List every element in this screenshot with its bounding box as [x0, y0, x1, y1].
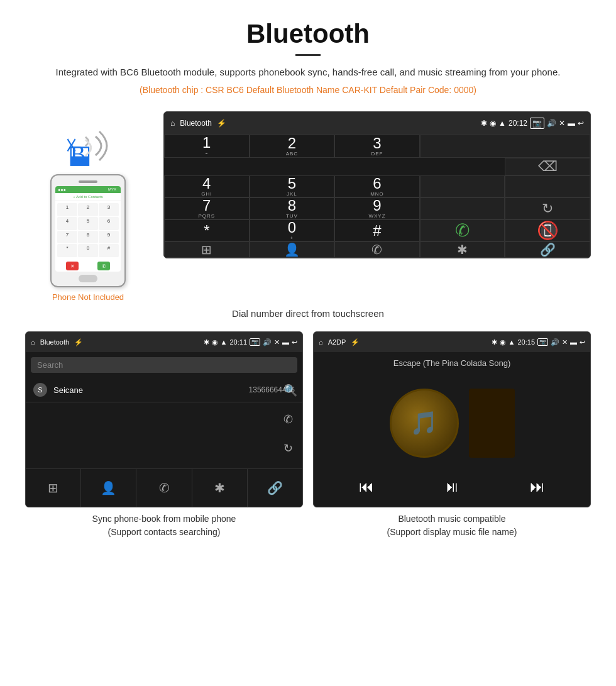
phonebook-screen: ⌂ Bluetooth ⚡ ✱ ◉ ▲ 20:11 📷 🔊 ✕ ▬ ↩ — [25, 331, 303, 507]
usb-icon: ⚡ — [217, 119, 226, 128]
a2dp-content: Escape (The Pina Colada Song) 🎵 ⏮ ⏯ ⏭ — [314, 352, 590, 507]
link-icon-key[interactable]: 🔗 — [505, 241, 590, 258]
a2dp-main-area: 🎵 — [390, 375, 515, 470]
prev-button[interactable]: ⏮ — [359, 478, 374, 495]
phone-bottom-bar: ✕ ✆ — [55, 259, 121, 272]
phonebook-item: ⌂ Bluetooth ⚡ ✱ ◉ ▲ 20:11 📷 🔊 ✕ ▬ ↩ — [25, 331, 303, 539]
a2dp-screen-title: A2DP — [328, 338, 346, 346]
pb-bottom-nav: ⊞ 👤 ✆ ✱ 🔗 — [26, 468, 302, 507]
volume-icon: 🔊 — [547, 119, 556, 128]
header-description: Integrated with BC6 Bluetooth module, su… — [38, 65, 578, 80]
key-hash[interactable]: # — [334, 219, 420, 241]
a2dp-time: 20:15 — [517, 338, 535, 346]
key-8[interactable]: 8TUV — [250, 197, 335, 219]
page-title: Bluetooth — [38, 19, 578, 49]
pb-sync-icon[interactable]: ↻ — [283, 441, 297, 455]
pb-nav-contacts[interactable]: 👤 — [81, 469, 136, 507]
signal-arcs — [80, 138, 92, 154]
backspace-key[interactable]: ⌫ — [505, 158, 590, 175]
title-divider — [295, 54, 321, 56]
a2dp-home-icon: ⌂ — [319, 338, 323, 346]
header-specs: (Bluetooth chip : CSR BC6 Default Blueto… — [38, 85, 578, 95]
music-caption-line1: Bluetooth music compatible — [398, 514, 505, 524]
play-pause-button[interactable]: ⏯ — [444, 478, 459, 495]
camera-icon: 📷 — [530, 118, 544, 129]
grid-icon-key[interactable]: ⊞ — [164, 241, 250, 258]
pb-call-icon[interactable]: ✆ — [283, 412, 297, 426]
song-title: Escape (The Pina Colada Song) — [393, 358, 510, 368]
bt-symbol: ☓ — [65, 133, 77, 159]
pb-time: 20:11 — [229, 338, 247, 346]
reload-key[interactable]: ↻ — [505, 197, 590, 219]
contacts-icon-key[interactable]: 👤 — [250, 241, 335, 258]
pb-win-icon: ▬ — [282, 338, 289, 346]
status-bar: ✱ ◉ ▲ 20:12 📷 🔊 ✕ ▬ ↩ — [481, 118, 584, 129]
a2dp-back-icon: ↩ — [580, 338, 585, 346]
home-icon: ⌂ — [170, 119, 175, 128]
pb-nav-phone[interactable]: ✆ — [136, 469, 192, 507]
album-art: 🎵 — [390, 389, 459, 458]
dialer-topbar: ⌂ Bluetooth ⚡ ✱ ◉ ▲ 20:12 📷 🔊 ✕ ▬ ↩ — [164, 112, 590, 135]
dialer-grid: 1⁃ 2ABC 3DEF ⌫ 4GHI 5JKL 6MNO — [164, 135, 590, 258]
key-1[interactable]: 1⁃ — [164, 135, 250, 158]
music-item: ⌂ A2DP ⚡ ✱ ◉ ▲ 20:15 📷 🔊 ✕ ▬ ↩ Escape — [313, 331, 591, 539]
a2dp-bt-icon: ✱ — [492, 338, 497, 346]
phone-keypad-mini: 123 456 789 *0# — [55, 201, 121, 259]
pb-topbar: ⌂ Bluetooth ⚡ ✱ ◉ ▲ 20:11 📷 🔊 ✕ ▬ ↩ — [26, 332, 302, 352]
time-display: 20:12 — [509, 119, 527, 128]
empty-4 — [420, 175, 505, 197]
pb-side-icons: 🔍 ✆ ↻ — [283, 384, 297, 455]
key-4[interactable]: 4GHI — [164, 175, 250, 197]
pb-search-bar[interactable]: Search — [31, 357, 297, 373]
pb-caption-line2: (Support contacts searching) — [108, 527, 221, 537]
pb-search-icon[interactable]: 🔍 — [283, 384, 297, 397]
music-controls: ⏮ ⏯ ⏭ — [324, 470, 580, 501]
phone-not-included-label: Phone Not Included — [52, 292, 124, 302]
pb-loc-icon: ◉ — [212, 338, 218, 346]
pb-usb-icon: ⚡ — [74, 338, 83, 346]
key-6[interactable]: 6MNO — [334, 175, 420, 197]
bt-icon-key[interactable]: ✱ — [420, 241, 505, 258]
key-0[interactable]: 0+ — [250, 219, 335, 241]
a2dp-topbar: ⌂ A2DP ⚡ ✱ ◉ ▲ 20:15 📷 🔊 ✕ ▬ ↩ — [314, 332, 590, 352]
call-button[interactable]: ✆ — [420, 219, 505, 241]
music-screen: ⌂ A2DP ⚡ ✱ ◉ ▲ 20:15 📷 🔊 ✕ ▬ ↩ Escape — [313, 331, 591, 507]
pb-contact-row[interactable]: S Seicane 13566664466 — [26, 378, 302, 402]
music-note-icon: 🎵 — [410, 410, 438, 436]
add-contacts-bar: + Add to Contacts — [55, 193, 121, 201]
a2dp-vol-icon: 🔊 — [551, 338, 559, 346]
pb-cam-icon: 📷 — [250, 338, 260, 346]
pb-bt-icon: ✱ — [204, 338, 209, 346]
phonebook-caption: Sync phone-book from mobile phone (Suppo… — [92, 512, 236, 539]
key-star[interactable]: * — [164, 219, 250, 241]
empty-6 — [420, 197, 505, 219]
a2dp-sig-icon: ▲ — [509, 338, 515, 346]
pb-x-icon: ✕ — [274, 338, 280, 346]
phone-screen: ●●●MYX + Add to Contacts 123 456 789 *0#… — [55, 186, 121, 272]
dialer-screen: ⌂ Bluetooth ⚡ ✱ ◉ ▲ 20:12 📷 🔊 ✕ ▬ ↩ 1⁃ — [163, 111, 591, 258]
a2dp-x-icon: ✕ — [562, 338, 568, 346]
page-header: Bluetooth Integrated with BC6 Bluetooth … — [0, 0, 616, 111]
a2dp-cam-icon: 📷 — [537, 338, 548, 346]
pb-nav-bt[interactable]: ✱ — [192, 469, 248, 507]
pb-screen-title: Bluetooth — [40, 338, 69, 346]
close-icon: ✕ — [559, 119, 565, 128]
pb-nav-grid[interactable]: ⊞ — [26, 469, 81, 507]
a2dp-loc-icon: ◉ — [500, 338, 506, 346]
pb-search-placeholder: Search — [37, 360, 63, 370]
hangup-button[interactable]: 📵 — [505, 219, 590, 241]
key-5[interactable]: 5JKL — [250, 175, 335, 197]
next-button[interactable]: ⏭ — [530, 478, 545, 495]
bt-status-icon: ✱ — [481, 119, 487, 128]
display-row — [420, 135, 590, 158]
music-caption-line2: (Support display music file name) — [387, 527, 517, 537]
empty-5 — [505, 175, 590, 197]
key-9[interactable]: 9WXYZ — [334, 197, 420, 219]
key-3[interactable]: 3DEF — [334, 135, 420, 158]
pb-nav-link[interactable]: 🔗 — [248, 469, 302, 507]
phone-icon-key[interactable]: ✆ — [334, 241, 420, 258]
contact-name: Seicane — [53, 385, 249, 395]
key-7[interactable]: 7PQRS — [164, 197, 250, 219]
key-2[interactable]: 2ABC — [250, 135, 335, 158]
pb-back-icon: ↩ — [292, 338, 297, 346]
